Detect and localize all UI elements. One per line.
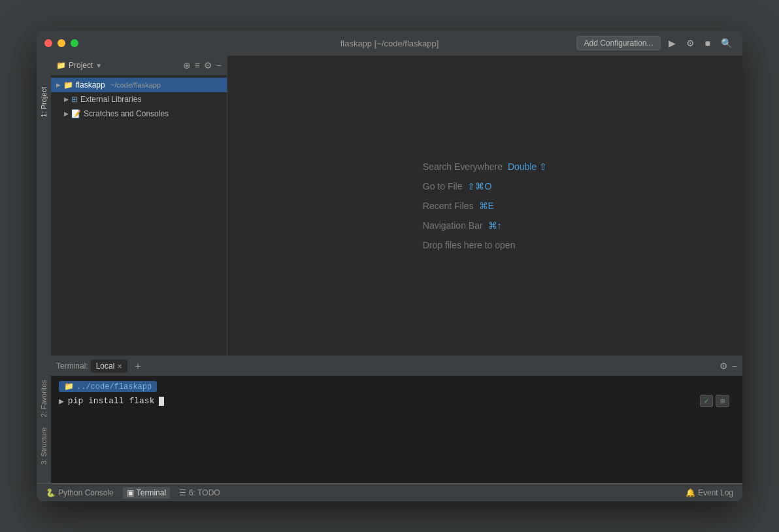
term-path-text: ../code/flaskapp	[76, 382, 152, 391]
settings-icon[interactable]: ⚙	[204, 60, 212, 71]
term-path-line: 📁 ../code/flaskapp	[59, 381, 735, 392]
title-bar-right: Add Configuration... ▶ ⚙ ■ 🔍	[576, 36, 735, 50]
drop-files-label: Drop files here to open	[423, 240, 516, 250]
event-log-label: Event Log	[698, 488, 733, 497]
navigation-bar-shortcut: ⌘↑	[488, 220, 502, 231]
project-toolbar-icons: ⊕ ≡ ⚙ −	[183, 60, 222, 71]
terminal-settings-icon[interactable]: ⚙	[720, 361, 728, 371]
python-console-icon: 🐍	[46, 488, 56, 497]
tree-arrow-ext: ▶	[64, 96, 69, 103]
scratches-icon: 📝	[71, 109, 81, 118]
terminal-status-button[interactable]: ▣ Terminal	[123, 487, 170, 499]
recent-files-shortcut: ⌘E	[479, 201, 494, 211]
term-stop-button[interactable]: ⊡	[716, 395, 729, 407]
run-button[interactable]: ▶	[666, 37, 678, 50]
build-icon[interactable]: ⚙	[684, 37, 697, 50]
term-cursor	[159, 397, 164, 406]
project-folder-icon: 📁	[56, 61, 66, 70]
project-panel: 📁 Project ▼ ⊕ ≡ ⚙ −	[51, 56, 227, 356]
project-panel-title: 📁 Project ▼	[56, 61, 102, 70]
hint-go-to-file: Go to File ⇧⌘O	[423, 181, 547, 191]
term-path-badge: 📁 ../code/flaskapp	[59, 381, 157, 392]
tree-item-flaskapp[interactable]: ▶ 📁 flaskapp ~/code/flaskapp	[51, 78, 227, 92]
terminal-status-label: Terminal	[137, 488, 166, 497]
editor-content: Search Everywhere Double ⇧ Go to File ⇧⌘…	[227, 56, 742, 356]
event-log-icon: 🔔	[686, 488, 695, 497]
terminal-tab-close[interactable]: ✕	[117, 363, 122, 370]
go-to-file-shortcut: ⇧⌘O	[467, 181, 491, 191]
terminal-label: Terminal:	[56, 361, 88, 371]
stop-icon[interactable]: ■	[703, 37, 713, 50]
library-icon: ⊞	[71, 95, 78, 104]
window-title: flaskapp [~/code/flaskapp]	[340, 39, 439, 48]
editor-area: Search Everywhere Double ⇧ Go to File ⇧⌘…	[227, 56, 742, 356]
term-run-button[interactable]: ✓	[700, 395, 714, 407]
collapse-icon[interactable]: −	[216, 60, 222, 71]
term-path-folder-icon: 📁	[64, 382, 74, 391]
minimize-button[interactable]	[58, 39, 65, 47]
term-command-text: pip install flask	[68, 396, 155, 406]
sidebar-favorites-label[interactable]: 2: Favorites	[40, 374, 48, 422]
close-button[interactable]	[44, 39, 52, 47]
folder-icon-flaskapp: 📁	[63, 80, 73, 90]
terminal-tab-right: ⚙ −	[720, 361, 737, 371]
terminal-tab-local[interactable]: Local ✕	[91, 359, 128, 373]
project-dropdown-icon[interactable]: ▼	[95, 62, 102, 69]
term-command-line: ▶ pip install flask ✓ ⊡	[59, 395, 735, 407]
sidebar-project-label[interactable]: 1: Project	[40, 82, 48, 122]
todo-icon: ☰	[179, 488, 186, 497]
search-everywhere-shortcut: Double ⇧	[508, 161, 547, 172]
hint-navigation-bar: Navigation Bar ⌘↑	[423, 220, 547, 231]
scratches-label: Scratches and Consoles	[84, 109, 169, 118]
hint-search-everywhere: Search Everywhere Double ⇧	[423, 161, 547, 172]
project-title-text: Project	[69, 61, 93, 70]
project-toolbar: 📁 Project ▼ ⊕ ≡ ⚙ −	[51, 56, 227, 75]
filter-icon[interactable]: ≡	[195, 60, 200, 71]
event-log-button[interactable]: 🔔 Event Log	[682, 487, 737, 499]
python-console-button[interactable]: 🐍 Python Console	[42, 487, 118, 499]
left-strip: 1: Project 2: Favorites 3: Structure	[37, 56, 51, 483]
tree-arrow-flaskapp: ▶	[56, 82, 61, 88]
todo-button[interactable]: ☰ 6: TODO	[175, 487, 224, 499]
terminal-body[interactable]: 📁 ../code/flaskapp ▶ pip install flask ✓	[51, 376, 742, 483]
search-icon[interactable]: 🔍	[718, 37, 735, 50]
terminal-status-icon: ▣	[127, 488, 134, 497]
bottom-section: Terminal: Local ✕ ＋ ⚙ − 📁 .	[51, 356, 742, 483]
search-everywhere-label: Search Everywhere	[423, 161, 503, 172]
main-area: 1: Project 2: Favorites 3: Structure 📁 P…	[37, 56, 742, 483]
hint-drop-files: Drop files here to open	[423, 240, 547, 250]
hint-recent-files: Recent Files ⌘E	[423, 201, 547, 211]
terminal-add-button[interactable]: ＋	[130, 359, 146, 373]
locate-icon[interactable]: ⊕	[183, 60, 191, 71]
flaskapp-path: ~/code/flaskapp	[110, 81, 161, 89]
tree-arrow-scratch: ▶	[64, 110, 69, 117]
tree-item-scratches[interactable]: ▶ 📝 Scratches and Consoles	[51, 107, 227, 121]
terminal-tab-local-label: Local	[96, 361, 115, 371]
terminal-minimize-icon[interactable]: −	[732, 361, 737, 371]
flaskapp-label: flaskapp	[76, 80, 105, 90]
term-checkmark-icon: ✓	[704, 397, 709, 405]
tree-item-external-libraries[interactable]: ▶ ⊞ External Libraries	[51, 92, 227, 107]
editor-hints: Search Everywhere Double ⇧ Go to File ⇧⌘…	[423, 161, 547, 250]
term-stop-icon: ⊡	[720, 397, 725, 405]
term-prompt: ▶	[59, 396, 64, 407]
status-bar: 🐍 Python Console ▣ Terminal ☰ 6: TODO 🔔 …	[37, 483, 742, 501]
navigation-bar-label: Navigation Bar	[423, 220, 483, 231]
terminal-tab-bar: Terminal: Local ✕ ＋ ⚙ −	[51, 356, 742, 376]
todo-label: 6: TODO	[189, 488, 220, 497]
recent-files-label: Recent Files	[423, 201, 474, 211]
external-libraries-label: External Libraries	[80, 95, 141, 104]
maximize-button[interactable]	[71, 39, 78, 47]
project-tree: ▶ 📁 flaskapp ~/code/flaskapp ▶ ⊞ Externa…	[51, 75, 227, 356]
python-console-label: Python Console	[58, 488, 114, 497]
main-window: flaskapp [~/code/flaskapp] Add Configura…	[37, 31, 742, 501]
traffic-lights	[44, 39, 78, 47]
term-buttons: ✓ ⊡	[700, 395, 735, 407]
add-configuration-button[interactable]: Add Configuration...	[576, 36, 660, 50]
title-bar: flaskapp [~/code/flaskapp] Add Configura…	[37, 31, 742, 56]
sidebar-structure-label[interactable]: 3: Structure	[40, 422, 48, 470]
go-to-file-label: Go to File	[423, 181, 463, 191]
